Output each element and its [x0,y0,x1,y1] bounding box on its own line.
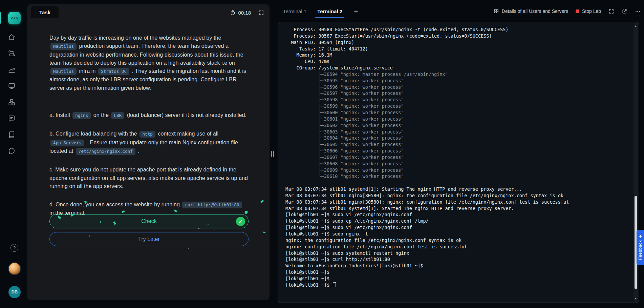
message-square-icon[interactable] [8,115,16,122]
details-label: Details of all Users and Servers [502,8,568,14]
chat-bubble-icon[interactable] [8,147,16,155]
account-badge[interactable]: DB [8,286,21,298]
stop-lab-button[interactable]: Stop Lab [576,8,601,14]
confetti-particle [263,232,266,233]
terminal-line: [loki@stlb01 ~]$ [285,275,629,282]
help-label: ? [13,245,16,250]
terminal-panel[interactable]: Process: 30580 ExecStartPre=/usr/sbin/ng… [278,22,639,303]
sidebar-nav [0,33,23,155]
details-users-servers-button[interactable]: Details of all Users and Servers [494,8,568,14]
route-icon[interactable] [8,49,16,57]
terminal-line: ├─30596 "nginx: worker process" [285,84,629,90]
terminal-line: ├─30601 "nginx: worker process" [285,116,629,122]
sparkle-icon [639,234,642,238]
terminal-line: Main PID: 30594 (nginx) [285,39,629,46]
inline-code-chip: Nautilus [50,68,77,75]
terminal-line: ├─30594 "nginx: master process /usr/sbin… [285,71,629,78]
terminal-line: Process: 30587 ExecStart=/usr/sbin/nginx… [285,33,629,39]
confetti-particle [188,248,189,249]
terminal-line: [loki@stlb01 ~]$ sudo nginx -t [285,231,629,237]
terminal-2-label: Terminal 2 [317,8,342,14]
terminal-line: ├─30599 "nginx: worker process" [285,103,629,109]
task-paragraph: Day by day traffic is increasing on one … [49,34,249,92]
inline-code-chip: App Servers [50,140,84,146]
terminal-line: ├─30609 "nginx: worker process" [285,167,629,173]
terminal-line: [loki@stlb01 ~]$ curl http://stlb01:80 [285,256,629,263]
terminal-line: Welcome to xFusionCorp Industries![loki@… [285,263,629,269]
task-timer: 00:18 [230,10,251,16]
add-terminal-glyph: + [354,7,358,15]
check-glyph: ✓ [238,219,243,225]
check-button[interactable]: Check ✓ [49,214,249,228]
scroll-up-arrow[interactable]: ▲ [634,24,638,28]
try-later-button[interactable]: Try Later [49,232,249,246]
blocks-icon[interactable] [8,98,16,106]
terminal-line: ├─30598 "nginx: worker process" [285,97,629,103]
task-panel: Task 00:18 Day by day traffic is increas… [27,4,270,300]
tab-terminal-2[interactable]: Terminal 2 [312,5,348,18]
task-panel-controls: 00:18 [230,7,264,18]
stopwatch-icon [230,10,236,16]
terminal-line: [loki@stlb01 ~]$ sudo systemctl restart … [285,250,629,256]
feedback-tab[interactable]: Feedback [637,230,644,265]
scroll-down-arrow[interactable]: ▼ [634,296,638,301]
more-options-icon[interactable] [635,8,641,14]
terminal-line: [loki@stlb01 ~]$ sudo vi /etc/nginx/ngin… [285,224,629,231]
terminal-line: CPU: 47ms [285,58,629,65]
terminal-line: nginx: the configuration file /etc/nginx… [285,237,629,244]
terminal-line: ├─30595 "nginx: worker process" [285,78,629,84]
add-terminal-button[interactable]: + [354,8,358,15]
terminal-tabbar: Terminal 1 Terminal 2 + Details of all U… [278,5,641,18]
inline-code-chip: nginx [72,112,91,119]
fullscreen-icon[interactable] [608,8,614,14]
expand-task-panel-icon[interactable] [258,10,264,16]
terminal-line: [loki@stlb01 ~]$ sudo cp /etc/nginx/ngin… [285,218,629,224]
logo-glyph: </> [11,16,18,21]
terminal-line: Mar 08 03:07:34 stlb01 nginx[30580]: ngi… [285,192,629,199]
confetti-particle [208,224,209,225]
book-icon[interactable] [8,131,16,139]
help-button[interactable]: ? [10,244,18,252]
inline-code-chip: /etc/nginx/nginx.conf [76,148,135,155]
terminal-line: ├─30604 "nginx: worker process" [285,135,629,141]
tab-task[interactable]: Task [31,6,59,18]
terminal-line: Mar 08 03:07:34 stlb01 systemd[1]: Start… [285,186,629,192]
terminal-line: Process: 30580 ExecStartPre=/usr/sbin/ng… [285,26,629,33]
terminal-line: [loki@stlb01 ~]$ [285,282,629,288]
task-paragraph: c. Make sure you do not update the apach… [49,166,249,190]
terminal-line: ├─30597 "nginx: worker process" [285,90,629,97]
terminal-line: Tasks: 17 (limit: 404712) [285,46,629,52]
terminal-line: ├─30605 "nginx: worker process" [285,141,629,148]
growth-chart-icon[interactable] [8,66,16,74]
inline-code-chip: Stratos DC [98,68,129,75]
terminal-line: Memory: 16.1M [285,52,629,58]
terminal-line: ├─30607 "nginx: worker process" [285,154,629,161]
inline-code-chip: Nautilus [50,43,77,50]
terminal-cursor [333,282,336,287]
try-later-label: Try Later [138,236,159,242]
task-paragraphs: Day by day traffic is increasing on one … [49,34,249,228]
sidebar: </> [0,0,23,308]
terminal-line: ├─30603 "nginx: worker process" [285,129,629,135]
open-in-new-icon[interactable] [622,8,627,14]
user-avatar[interactable] [8,262,21,275]
account-initials: DB [12,290,18,294]
home-icon[interactable] [8,33,16,41]
app-logo[interactable]: </> [8,12,21,24]
terminal-line: ├─30600 "nginx: worker process" [285,109,629,116]
tab-terminal-1[interactable]: Terminal 1 [278,5,312,18]
monitor-icon[interactable] [8,82,16,90]
app-window: </> [0,0,644,308]
timer-value: 00:18 [238,10,251,16]
confetti-particle [260,200,264,203]
panel-resize-handle[interactable] [271,151,274,157]
stop-icon [576,9,579,13]
stop-lab-label: Stop Lab [582,8,601,14]
feedback-label: Feedback [638,240,643,260]
confetti-particle [89,235,90,237]
check-button-label: Check [141,218,156,224]
terminal-line: nginx: configuration file /etc/nginx/ngi… [285,244,629,250]
terminal-line: └─30610 "nginx: worker process" [285,173,629,180]
lab-header-actions: Details of all Users and Servers Stop La… [494,8,641,14]
terminal-output[interactable]: Process: 30580 ExecStartPre=/usr/sbin/ng… [285,26,629,301]
